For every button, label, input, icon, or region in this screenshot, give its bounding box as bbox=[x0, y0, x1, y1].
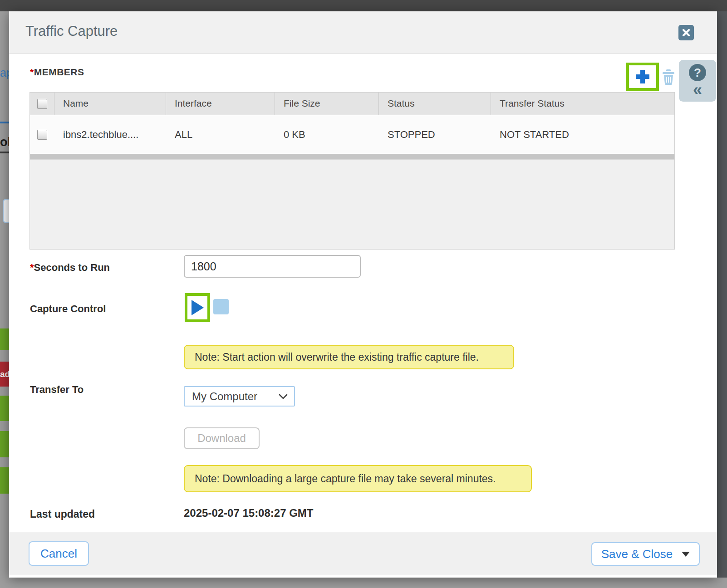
background-status-badge-green bbox=[0, 431, 9, 457]
screen: ap ol ad Traffic Capture ? « *MEMBERS bbox=[0, 0, 727, 588]
member-file-size: 0 KB bbox=[275, 129, 379, 141]
members-label-text: MEMBERS bbox=[34, 67, 84, 77]
traffic-capture-dialog: Traffic Capture ? « *MEMBERS bbox=[9, 11, 717, 578]
download-time-note: Note: Downloading a large capture file m… bbox=[184, 465, 532, 492]
collapse-panel-icon[interactable]: « bbox=[693, 82, 702, 98]
last-updated-value: 2025-02-07 15:08:27 GMT bbox=[184, 507, 314, 519]
column-header-status[interactable]: Status bbox=[379, 93, 491, 115]
close-icon[interactable] bbox=[678, 25, 694, 40]
seconds-to-run-input[interactable] bbox=[184, 255, 361, 278]
background-active-tab-fragment: ol bbox=[0, 135, 9, 149]
dialog-header: Traffic Capture bbox=[9, 11, 717, 54]
members-table-header: Name Interface File Size Status Transfer… bbox=[30, 93, 674, 115]
dialog-title: Traffic Capture bbox=[25, 23, 118, 39]
last-updated-label: Last updated bbox=[30, 508, 95, 520]
help-icon[interactable]: ? bbox=[689, 64, 706, 81]
browser-top-bar bbox=[0, 0, 727, 11]
background-status-badge-green bbox=[0, 328, 9, 350]
stop-capture-icon[interactable] bbox=[213, 299, 229, 314]
column-header-name[interactable]: Name bbox=[54, 93, 166, 115]
capture-control-label: Capture Control bbox=[30, 303, 106, 315]
background-link-fragment: ap bbox=[0, 66, 9, 79]
chevron-down-icon bbox=[279, 394, 288, 399]
row-checkbox-cell bbox=[30, 130, 54, 140]
highlight-box-play bbox=[185, 293, 210, 322]
delete-member-icon[interactable] bbox=[661, 69, 676, 85]
member-interface: ALL bbox=[166, 129, 275, 141]
background-status-badge-green bbox=[0, 467, 9, 494]
table-horizontal-scrollbar[interactable] bbox=[30, 154, 674, 160]
header-checkbox-cell bbox=[30, 93, 54, 115]
save-and-close-button[interactable]: Save & Close bbox=[591, 542, 700, 566]
start-capture-icon[interactable] bbox=[190, 299, 205, 316]
column-header-file-size[interactable]: File Size bbox=[275, 93, 379, 115]
column-header-transfer-status[interactable]: Transfer Status bbox=[491, 93, 674, 115]
row-checkbox[interactable] bbox=[37, 130, 47, 140]
backdrop-left-strip: ap ol ad bbox=[0, 11, 9, 578]
member-row[interactable]: ibns2.techblue.... ALL 0 KB STOPPED NOT … bbox=[30, 115, 674, 154]
column-header-interface[interactable]: Interface bbox=[166, 93, 275, 115]
member-transfer-status: NOT STARTED bbox=[491, 129, 674, 141]
transfer-to-selected-value: My Computer bbox=[185, 390, 279, 403]
dialog-footer: Cancel Save & Close bbox=[9, 532, 717, 575]
highlight-box-add bbox=[626, 63, 659, 91]
transfer-to-select[interactable]: My Computer bbox=[184, 386, 295, 407]
required-marker: * bbox=[30, 262, 34, 273]
cancel-button[interactable]: Cancel bbox=[29, 541, 89, 566]
side-help-panel: ? « bbox=[679, 60, 716, 102]
member-status: STOPPED bbox=[379, 129, 491, 141]
background-status-badge-green bbox=[0, 396, 9, 421]
background-tab-underline bbox=[0, 152, 9, 153]
members-section-label: *MEMBERS bbox=[30, 67, 84, 78]
start-overwrite-note: Note: Start action will overwrite the ex… bbox=[184, 345, 514, 369]
download-button[interactable]: Download bbox=[184, 427, 260, 449]
select-all-checkbox[interactable] bbox=[37, 99, 47, 109]
save-options-caret-icon[interactable] bbox=[682, 552, 690, 557]
background-button-fragment bbox=[3, 199, 9, 223]
members-table: Name Interface File Size Status Transfer… bbox=[29, 92, 675, 250]
seconds-to-run-label-text: Seconds to Run bbox=[34, 262, 110, 273]
table-empty-area bbox=[30, 160, 674, 249]
transfer-to-label: Transfer To bbox=[30, 384, 84, 396]
background-tab-indicator bbox=[0, 122, 9, 123]
seconds-to-run-label: *Seconds to Run bbox=[30, 262, 110, 274]
member-name: ibns2.techblue.... bbox=[54, 129, 166, 141]
cancel-button-label: Cancel bbox=[40, 547, 77, 561]
add-member-icon[interactable] bbox=[634, 68, 652, 86]
required-marker: * bbox=[30, 67, 34, 77]
background-status-badge-red: ad bbox=[0, 362, 9, 387]
backdrop-right-strip bbox=[717, 11, 727, 578]
save-and-close-label: Save & Close bbox=[601, 547, 673, 561]
